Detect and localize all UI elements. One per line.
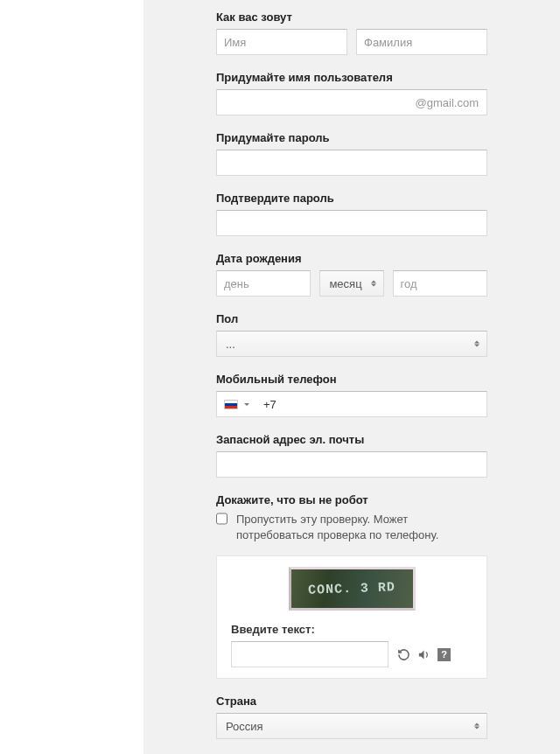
captcha-section-label: Докажите, что вы не робот — [216, 493, 487, 506]
captcha-audio-icon[interactable] — [417, 648, 430, 661]
gender-value: ... — [226, 338, 235, 351]
confirm-password-input[interactable] — [216, 210, 487, 236]
username-input[interactable] — [216, 89, 487, 115]
dob-label: Дата рождения — [216, 252, 487, 265]
country-value: Россия — [226, 720, 263, 733]
phone-country-dropdown[interactable] — [224, 400, 258, 409]
flag-russia-icon — [224, 400, 238, 409]
last-name-input[interactable] — [356, 29, 487, 55]
username-label: Придумайте имя пользователя — [216, 71, 487, 84]
gender-select[interactable]: ... — [216, 331, 487, 357]
country-select[interactable]: Россия — [216, 713, 487, 739]
select-arrows-icon — [474, 723, 480, 730]
captcha-box: CONC. 3 RD Введите текст: ? — [216, 555, 487, 679]
password-label: Придумайте пароль — [216, 131, 487, 144]
phone-label: Мобильный телефон — [216, 373, 487, 386]
dob-month-select[interactable]: месяц — [319, 270, 383, 297]
gender-label: Пол — [216, 312, 487, 325]
captcha-reload-icon[interactable] — [397, 648, 410, 661]
captcha-image-text: CONC. 3 RD — [308, 580, 396, 597]
select-arrows-icon — [371, 281, 376, 287]
password-input[interactable] — [216, 150, 487, 176]
captcha-input[interactable] — [231, 641, 388, 667]
dob-year-input[interactable] — [393, 270, 487, 297]
captcha-input-label: Введите текст: — [231, 623, 472, 636]
captcha-help-icon[interactable]: ? — [438, 648, 451, 661]
skip-verification-label: Пропустить эту проверку. Может потребова… — [236, 512, 487, 543]
confirm-password-label: Подтвердите пароль — [216, 192, 487, 205]
captcha-image: CONC. 3 RD — [289, 567, 416, 611]
dob-month-value: месяц — [329, 277, 361, 290]
phone-input[interactable] — [258, 392, 480, 416]
recovery-email-label: Запасной адрес эл. почты — [216, 433, 487, 446]
skip-verification-checkbox[interactable] — [216, 513, 228, 525]
chevron-down-icon — [244, 403, 249, 406]
country-label: Страна — [216, 695, 487, 708]
first-name-input[interactable] — [216, 29, 347, 55]
dob-day-input[interactable] — [216, 270, 311, 297]
select-arrows-icon — [474, 341, 480, 347]
recovery-email-input[interactable] — [216, 451, 487, 478]
name-label: Как вас зовут — [216, 10, 487, 24]
